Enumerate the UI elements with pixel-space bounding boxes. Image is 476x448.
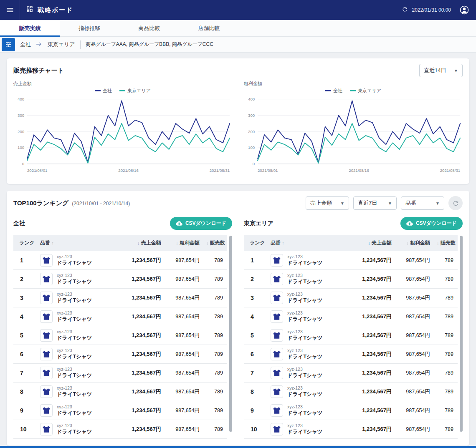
- qty-cell: 789: [433, 345, 458, 364]
- top100-ranking-card: TOP100ランキング (2021/10/01 - 2021/10/14) 売上…: [7, 191, 469, 445]
- sales-cell: 1,234,567円: [119, 401, 165, 420]
- select-value: 売上金額: [310, 199, 332, 207]
- product-thumbnail: [271, 404, 283, 417]
- item-name: ドライTシャツ: [57, 353, 92, 360]
- sales-cell: 1,234,567円: [349, 270, 395, 289]
- rank-cell: 9: [244, 401, 267, 420]
- rank-cell: 4: [244, 307, 267, 326]
- table-row[interactable]: 4 xyz-123 ドライTシャツ 1,234,567円 987,654円 78…: [244, 307, 458, 326]
- bottom-accent-bar: [0, 446, 476, 448]
- chart-period-select[interactable]: 直近14日 ▼: [419, 64, 463, 77]
- tab-store-comparison[interactable]: 店舗比較: [179, 20, 239, 36]
- sales-cell: 1,234,567円: [349, 326, 395, 345]
- table-row[interactable]: 3 xyz-123 ドライTシャツ 1,234,567円 987,654円 78…: [13, 289, 227, 307]
- table-row[interactable]: 7 xyz-123 ドライTシャツ 1,234,567円 987,654円 78…: [13, 364, 227, 383]
- ranking-refresh-button[interactable]: [448, 196, 463, 210]
- item-code: xyz-123: [287, 367, 322, 372]
- sales-cell: 1,234,567円: [119, 307, 165, 326]
- column-header-sales[interactable]: ↓ 売上金額: [119, 235, 165, 251]
- rank-cell: 8: [244, 383, 267, 401]
- table-row[interactable]: 2 xyz-123 ドライTシャツ 1,234,567円 987,654円 78…: [244, 270, 458, 289]
- sales-cell: 1,234,567円: [119, 270, 165, 289]
- table-row[interactable]: 8 xyz-123 ドライTシャツ 1,234,567円 987,654円 78…: [13, 383, 227, 401]
- sort-desc-icon: ↓: [368, 240, 370, 245]
- rank-cell: 8: [13, 383, 37, 401]
- product-groups-label: 商品グループAAA, 商品グループBBB, 商品グループCCC: [86, 41, 213, 48]
- table-row[interactable]: 8 xyz-123 ドライTシャツ 1,234,567円 987,654円 78…: [244, 383, 458, 401]
- table-row[interactable]: 2 xyz-123 ドライTシャツ 1,234,567円 987,654円 78…: [13, 270, 227, 289]
- tab-product-comparison[interactable]: 商品比較: [119, 20, 179, 36]
- column-header-sales[interactable]: ↓ 売上金額: [349, 235, 395, 251]
- table-row[interactable]: 4 xyz-123 ドライTシャツ 1,234,567円 987,654円 78…: [13, 307, 227, 326]
- scrollbar-thumb[interactable]: [229, 236, 232, 432]
- qty-cell: 789: [203, 270, 227, 289]
- top-navbar: 戦略ボード 2022/01/31 00:00: [0, 0, 476, 20]
- filter-settings-button[interactable]: [2, 38, 15, 51]
- column-header-item-code[interactable]: 品番 ↑: [267, 235, 349, 251]
- svg-text:2021/08/16: 2021/08/16: [349, 168, 369, 173]
- ranking-period-select[interactable]: 直近7日▼: [353, 196, 397, 210]
- ranking-table-all-company: ランク品番 ↑↓ 売上金額↓ 粗利金額↓ 販売数 1 xyz-123 ドライTシ…: [13, 235, 227, 439]
- item-cell: xyz-123 ドライTシャツ: [267, 383, 349, 401]
- svg-text:400: 400: [248, 97, 255, 101]
- scrollbar[interactable]: [460, 235, 463, 437]
- table-row[interactable]: 5 xyz-123 ドライTシャツ 1,234,567円 987,654円 78…: [244, 326, 458, 345]
- item-name: ドライTシャツ: [57, 410, 92, 416]
- qty-cell: 789: [203, 401, 227, 420]
- product-thumbnail: [40, 385, 53, 398]
- legend-item: 全社: [325, 88, 342, 94]
- column-header-rank: ランク: [13, 235, 37, 251]
- qty-cell: 789: [203, 345, 227, 364]
- column-header-qty[interactable]: ↓ 販売数: [203, 235, 227, 251]
- product-thumbnail: [271, 254, 283, 267]
- table-row[interactable]: 1 xyz-123 ドライTシャツ 1,234,567円 987,654円 78…: [244, 251, 458, 270]
- table-row[interactable]: 7 xyz-123 ドライTシャツ 1,234,567円 987,654円 78…: [244, 364, 458, 383]
- table-row[interactable]: 6 xyz-123 ドライTシャツ 1,234,567円 987,654円 78…: [244, 345, 458, 364]
- table-row[interactable]: 6 xyz-123 ドライTシャツ 1,234,567円 987,654円 78…: [13, 345, 227, 364]
- tab-sales-performance[interactable]: 販売実績: [0, 20, 60, 36]
- ranking-item-select[interactable]: 品番▼: [401, 196, 444, 210]
- svg-text:300: 300: [248, 113, 255, 118]
- tshirt-icon: [42, 275, 51, 283]
- transfer-arrow-icon: [36, 41, 43, 48]
- profit-cell: 987,654円: [165, 345, 203, 364]
- panel-title: 全社: [13, 220, 25, 227]
- item-name: ドライTシャツ: [287, 391, 322, 398]
- sort-desc-icon: ↓: [206, 240, 209, 245]
- item-code: xyz-123: [57, 329, 92, 335]
- hamburger-menu-button[interactable]: [0, 0, 20, 20]
- item-code: xyz-123: [57, 254, 92, 259]
- sales-cell: 1,234,567円: [349, 383, 395, 401]
- svg-text:2021/08/31: 2021/08/31: [210, 168, 230, 173]
- column-header-item-code[interactable]: 品番 ↑: [37, 235, 119, 251]
- ranking-metric-select[interactable]: 売上金額▼: [306, 196, 349, 210]
- table-row[interactable]: 3 xyz-123 ドライTシャツ 1,234,567円 987,654円 78…: [244, 289, 458, 307]
- sort-asc-icon: ↑: [282, 240, 284, 245]
- chevron-down-icon: ▼: [435, 201, 440, 206]
- column-header-profit[interactable]: ↓ 粗利金額: [165, 235, 203, 251]
- table-row[interactable]: 5 xyz-123 ドライTシャツ 1,234,567円 987,654円 78…: [13, 326, 227, 345]
- table-row[interactable]: 9 xyz-123 ドライTシャツ 1,234,567円 987,654円 78…: [13, 401, 227, 420]
- scrollbar-thumb[interactable]: [460, 236, 463, 432]
- tab-metric-trends[interactable]: 指標推移: [60, 20, 119, 36]
- column-header-qty[interactable]: ↓ 販売数: [433, 235, 458, 251]
- profit-cell: 987,654円: [165, 307, 203, 326]
- item-code: xyz-123: [287, 329, 322, 335]
- csv-download-button[interactable]: CSVダウンロード: [170, 217, 232, 230]
- legend-swatch: [325, 90, 331, 91]
- scrollbar[interactable]: [229, 235, 232, 437]
- table-row[interactable]: 10 xyz-123 ドライTシャツ 1,234,567円 987,654円 7…: [13, 420, 227, 439]
- item-code: xyz-123: [287, 254, 322, 259]
- qty-cell: 789: [433, 383, 458, 401]
- cloud-download-icon: [176, 221, 182, 226]
- table-row[interactable]: 10 xyz-123 ドライTシャツ 1,234,567円 987,654円 7…: [244, 420, 458, 439]
- table-row[interactable]: 9 xyz-123 ドライTシャツ 1,234,567円 987,654円 78…: [244, 401, 458, 420]
- rank-cell: 1: [13, 251, 37, 270]
- item-cell: xyz-123 ドライTシャツ: [37, 326, 119, 345]
- csv-download-button[interactable]: CSVダウンロード: [400, 217, 463, 230]
- account-button[interactable]: [458, 4, 470, 16]
- tshirt-icon: [273, 425, 281, 433]
- table-row[interactable]: 1 xyz-123 ドライTシャツ 1,234,567円 987,654円 78…: [13, 251, 227, 270]
- column-header-profit[interactable]: ↓ 粗利金額: [395, 235, 433, 251]
- sales-cell: 1,234,567円: [349, 307, 395, 326]
